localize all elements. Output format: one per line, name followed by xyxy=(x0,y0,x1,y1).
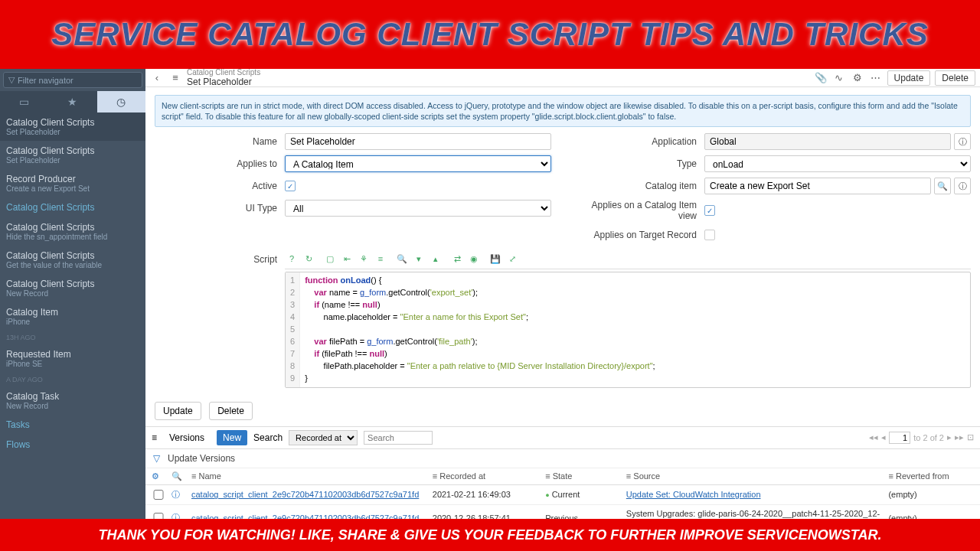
label-active: Active xyxy=(155,181,285,191)
info-icon[interactable]: ⓘ xyxy=(954,133,971,150)
page-input[interactable] xyxy=(889,432,910,444)
funnel-icon[interactable]: ▽ xyxy=(153,453,160,464)
attachment-icon[interactable]: 📎 xyxy=(814,71,828,85)
tab-favorites[interactable]: ★ xyxy=(48,91,96,112)
script-up-icon[interactable]: ▴ xyxy=(429,252,443,266)
applies-target-checkbox[interactable] xyxy=(704,230,715,240)
type-select[interactable]: onLoad xyxy=(704,155,971,172)
col-recorded[interactable]: ≡ Recorded at xyxy=(433,471,539,481)
info-icon[interactable]: ⓘ xyxy=(172,489,185,500)
settings-icon[interactable]: ⚙ xyxy=(851,71,864,85)
table-header: ⚙ 🔍 ≡ Name ≡ Recorded at ≡ State ≡ Sourc… xyxy=(145,468,980,485)
label-application: Application xyxy=(574,136,704,147)
related-list-header: ≡ Versions New Search Recorded at ◂◂ ◂ t… xyxy=(145,426,980,449)
row-checkbox[interactable] xyxy=(152,490,165,500)
new-button[interactable]: New xyxy=(217,430,247,445)
row-name-link[interactable]: catalog_script_client_2e9c720b471102003d… xyxy=(191,490,426,499)
nav-item[interactable]: Catalog Client ScriptsHide the sn_appoin… xyxy=(0,217,145,246)
filter-label: Update Versions xyxy=(168,453,235,464)
delete-button[interactable]: Delete xyxy=(209,402,253,420)
label-applies-target: Applies on Target Record xyxy=(574,230,704,240)
active-checkbox[interactable]: ✓ xyxy=(285,181,296,191)
row-state: Previous xyxy=(545,514,620,519)
script-refresh-icon[interactable]: ↻ xyxy=(302,252,315,266)
nav-item[interactable]: Requested ItemiPhone SE xyxy=(0,344,145,373)
name-field[interactable] xyxy=(285,133,551,150)
nav-tabs: ▭ ★ ◷ xyxy=(0,91,145,112)
applies-view-checkbox[interactable]: ✓ xyxy=(704,205,715,216)
search-field-select[interactable]: Recorded at xyxy=(289,430,358,445)
list-filter-row: ▽ Update Versions xyxy=(145,449,980,468)
col-state[interactable]: ≡ State xyxy=(545,471,620,481)
nav-item[interactable]: Catalog Client ScriptsSet Placeholder xyxy=(0,141,145,169)
script-search-icon[interactable]: 🔍 xyxy=(395,252,409,266)
applies-to-select[interactable]: A Catalog Item xyxy=(285,155,551,172)
label-applies-view: Applies on a Catalog Item view xyxy=(574,200,704,221)
banner-top-text: SERVICE CATALOG CLIENT SCRIPT TIPS AND T… xyxy=(51,16,929,53)
script-fullscreen-icon[interactable]: ⤢ xyxy=(505,252,519,266)
nav-item[interactable]: Catalog Client ScriptsGet the value of t… xyxy=(0,246,145,274)
first-icon[interactable]: ◂◂ xyxy=(869,432,878,442)
nav-item[interactable]: Catalog Client Scripts xyxy=(0,197,145,217)
script-down-icon[interactable]: ▾ xyxy=(412,252,426,266)
nav-item[interactable]: Catalog Client ScriptsNew Record xyxy=(0,274,145,302)
nav-item[interactable]: Record ProducerCreate a new Export Set xyxy=(0,169,145,197)
col-reverted[interactable]: ≡ Reverted from xyxy=(888,471,974,481)
header-update-button[interactable]: Update xyxy=(887,70,931,86)
code-content[interactable]: function onLoad() { var name = g_form.ge… xyxy=(300,272,660,386)
col-source[interactable]: ≡ Source xyxy=(626,471,883,481)
more-icon[interactable]: ⋯ xyxy=(869,71,883,85)
table-row[interactable]: ⓘ catalog_script_client_2e9c720b47110200… xyxy=(145,505,980,519)
search-icon[interactable]: 🔍 xyxy=(934,178,951,194)
row-name-link[interactable]: catalog_script_client_2e9c720b471102003d… xyxy=(191,514,426,519)
table-row[interactable]: ⓘ catalog_script_client_2e9c720b47110200… xyxy=(145,485,980,505)
script-globe-icon[interactable]: ◉ xyxy=(467,252,481,266)
update-button[interactable]: Update xyxy=(155,402,201,420)
col-name[interactable]: ≡ Name xyxy=(191,471,426,481)
search-input[interactable] xyxy=(364,431,433,445)
nav-item[interactable]: Catalog ItemiPhone xyxy=(0,302,145,331)
prev-icon[interactable]: ◂ xyxy=(881,432,886,442)
tab-all-apps[interactable]: ▭ xyxy=(0,91,48,112)
catalog-item-field[interactable] xyxy=(704,178,931,194)
script-comment-icon[interactable]: ▢ xyxy=(323,252,337,266)
nav-item[interactable]: Tasks xyxy=(0,415,145,435)
search-label: Search xyxy=(253,432,283,443)
script-indent-icon[interactable]: ⇤ xyxy=(340,252,354,266)
menu-icon[interactable]: ≡ xyxy=(168,71,182,85)
header-delete-button[interactable]: Delete xyxy=(935,70,975,86)
nav-item[interactable]: Catalog Client ScriptsSet Placeholder xyxy=(0,112,145,141)
script-tree-icon[interactable]: ⚘ xyxy=(357,252,371,266)
gear-icon[interactable]: ⚙ xyxy=(152,471,165,481)
filter-navigator[interactable]: ▽ Filter navigator xyxy=(3,72,142,88)
nav-item[interactable]: Catalog TaskNew Record xyxy=(0,386,145,415)
banner-bottom-text: THANK YOU FOR WATCHING! LIKE, SHARE & GI… xyxy=(98,527,881,543)
label-catalog-item: Catalog item xyxy=(574,181,704,191)
script-save-icon[interactable]: 💾 xyxy=(488,252,502,266)
row-source-link[interactable]: Update Set: CloudWatch Integration xyxy=(626,490,883,499)
script-help-icon[interactable]: ? xyxy=(285,252,299,266)
search-icon[interactable]: 🔍 xyxy=(172,471,185,481)
activity-icon[interactable]: ∿ xyxy=(832,71,846,85)
tab-history[interactable]: ◷ xyxy=(97,91,145,112)
script-format-icon[interactable]: ≡ xyxy=(374,252,387,266)
nav-item[interactable]: Flows xyxy=(0,435,145,455)
script-editor[interactable]: 123456789 function onLoad() { var name =… xyxy=(285,272,971,387)
last-icon[interactable]: ▸▸ xyxy=(955,432,964,442)
info-message: New client-scripts are run in strict mod… xyxy=(155,95,971,127)
expand-icon[interactable]: ⊡ xyxy=(967,432,974,442)
application-field[interactable] xyxy=(704,133,951,150)
gutter: 123456789 xyxy=(286,272,300,386)
info-icon[interactable]: ⓘ xyxy=(172,512,185,519)
pager-top: ◂◂ ◂ to 2 of 2 ▸ ▸▸ ⊡ xyxy=(869,432,974,444)
label-name: Name xyxy=(155,136,285,147)
list-menu-icon[interactable]: ≡ xyxy=(152,432,157,443)
row-checkbox[interactable] xyxy=(152,513,165,519)
next-icon[interactable]: ▸ xyxy=(947,432,952,442)
back-icon[interactable]: ‹ xyxy=(150,71,164,85)
info-icon[interactable]: ⓘ xyxy=(954,178,971,194)
script-replace-icon[interactable]: ⇄ xyxy=(450,252,464,266)
label-type: Type xyxy=(574,158,704,169)
versions-tab[interactable]: Versions xyxy=(163,430,211,445)
ui-type-select[interactable]: All xyxy=(285,200,551,217)
